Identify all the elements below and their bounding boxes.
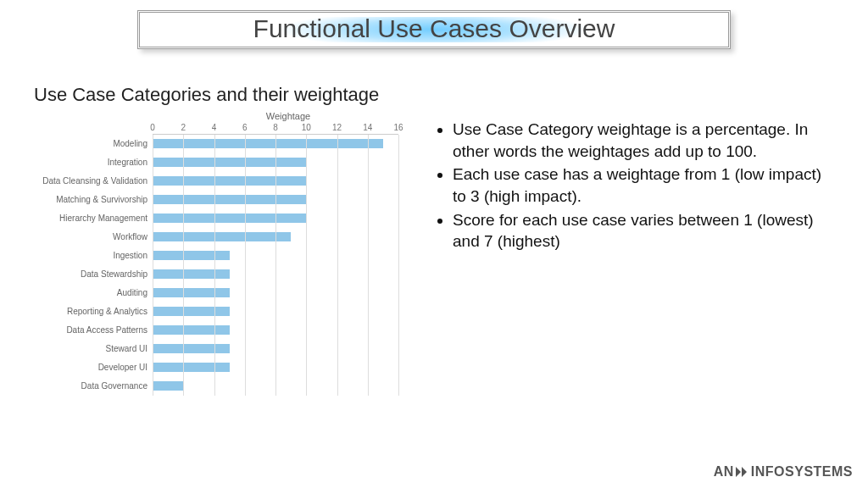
- y-label: Data Governance: [34, 377, 147, 396]
- chart-title: Weightage: [153, 111, 424, 121]
- y-label: Workflow: [34, 228, 147, 247]
- chart-plot-area: 0246810121416: [153, 123, 398, 396]
- bullet-item: Use Case Category weightage is a percent…: [453, 119, 831, 162]
- y-label: Developer UI: [34, 358, 147, 377]
- x-tick: 10: [302, 123, 311, 132]
- y-label: Modeling: [34, 135, 147, 153]
- bar: [153, 214, 306, 223]
- bar: [153, 232, 291, 241]
- slide-title: Functional Use Cases Overview: [140, 14, 728, 43]
- gridline: [398, 135, 399, 396]
- y-label: Hierarchy Management: [34, 209, 147, 228]
- logo-suffix: INFOSYSTEMS: [751, 464, 853, 480]
- x-tick: 4: [212, 123, 217, 132]
- right-column: Use Case Category weightage is a percent…: [424, 83, 831, 396]
- y-label: Integration: [34, 153, 147, 172]
- y-label: Reporting & Analytics: [34, 302, 147, 321]
- slide-title-box: Functional Use Cases Overview: [137, 10, 731, 49]
- y-label: Data Stewardship: [34, 265, 147, 284]
- chart-subtitle: Use Case Categories and their weightage: [34, 83, 424, 108]
- x-tick: 14: [363, 123, 372, 132]
- chart-y-labels: ModelingIntegrationData Cleansing & Vali…: [34, 123, 153, 396]
- bar: [153, 251, 230, 260]
- bullet-list: Use Case Category weightage is a percent…: [432, 119, 831, 252]
- gridline: [275, 135, 276, 396]
- double-chevron-icon: [735, 466, 750, 478]
- bar: [153, 363, 230, 372]
- bar: [153, 381, 183, 391]
- x-tick: 6: [242, 123, 248, 132]
- gridline: [153, 135, 153, 396]
- bullet-item: Each use case has a weightage from 1 (lo…: [453, 164, 831, 207]
- content-area: Use Case Categories and their weightage …: [0, 83, 868, 396]
- y-label: Ingestion: [34, 247, 147, 265]
- gridline: [337, 135, 338, 396]
- chart-x-axis: 0246810121416: [153, 123, 398, 135]
- bar: [153, 269, 230, 279]
- left-column: Use Case Categories and their weightage …: [34, 83, 424, 396]
- gridline: [214, 135, 215, 396]
- gridline: [368, 135, 369, 396]
- x-tick: 2: [181, 123, 186, 132]
- logo-prefix: AN: [714, 464, 734, 480]
- x-tick: 16: [393, 123, 403, 132]
- gridline: [306, 135, 307, 396]
- bar: [153, 158, 306, 167]
- bar: [153, 139, 383, 148]
- bar: [153, 325, 230, 335]
- bullet-item: Score for each use case varies between 1…: [453, 209, 831, 252]
- bar: [153, 344, 230, 353]
- y-label: Matching & Survivorship: [34, 191, 147, 209]
- gridline: [183, 135, 184, 396]
- x-tick: 8: [273, 123, 278, 132]
- x-tick: 0: [150, 123, 155, 132]
- bar: [153, 176, 306, 186]
- bar: [153, 195, 306, 204]
- weightage-chart: ModelingIntegrationData Cleansing & Vali…: [34, 123, 424, 396]
- bar: [153, 288, 230, 297]
- gridline: [245, 135, 246, 396]
- bar: [153, 307, 230, 316]
- y-label: Data Cleansing & Validation: [34, 172, 147, 191]
- x-tick: 12: [332, 123, 342, 132]
- y-label: Data Access Patterns: [34, 321, 147, 340]
- y-label: Auditing: [34, 284, 147, 302]
- y-label: Steward UI: [34, 340, 147, 358]
- brand-logo: AN INFOSYSTEMS: [714, 464, 853, 480]
